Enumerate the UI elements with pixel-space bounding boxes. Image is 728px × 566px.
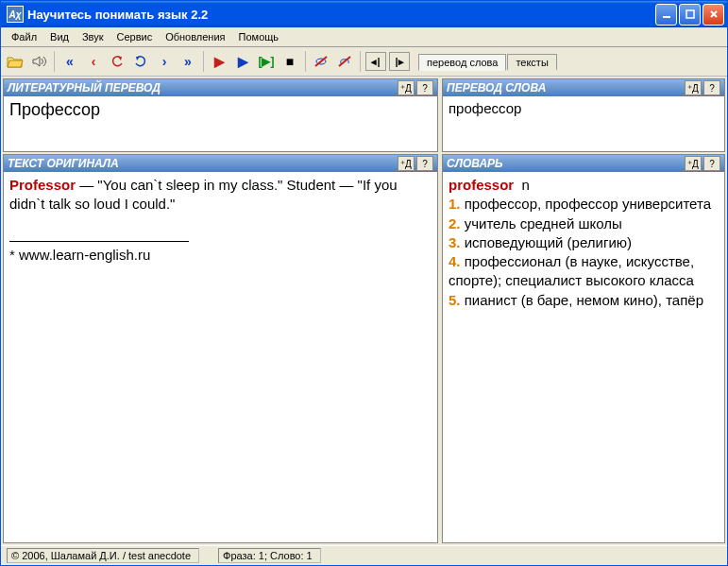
original-highlight: Professor	[9, 177, 76, 193]
menu-file[interactable]: Файл	[5, 29, 43, 44]
panel-dictionary-title: СЛОВАРЬ	[447, 157, 683, 170]
speaker-icon	[31, 54, 46, 69]
svg-rect-1	[686, 10, 694, 18]
play-red-button[interactable]: ▶	[209, 51, 229, 72]
dict-num: 5.	[449, 292, 461, 308]
nav-first-button[interactable]: «	[59, 51, 80, 72]
menu-sound[interactable]: Звук	[76, 29, 110, 44]
menu-view[interactable]: Вид	[43, 29, 76, 44]
panel-original-title: ТЕКСТ ОРИГИНАЛА	[8, 157, 396, 170]
folder-open-icon	[7, 54, 24, 69]
maximize-icon	[686, 9, 695, 19]
dict-headword: professor	[449, 177, 514, 193]
stop-button[interactable]: ■	[279, 51, 300, 72]
tab-texts[interactable]: тексты	[507, 54, 556, 70]
menu-updates[interactable]: Обновления	[159, 29, 231, 44]
stop-icon: ■	[286, 54, 294, 69]
panel-literary: ЛИТЕРАТУРНЫЙ ПЕРЕВОД ⁺Д ? Профессор	[3, 78, 438, 152]
panel-help-button[interactable]: ?	[703, 156, 720, 171]
refresh-back-icon	[110, 55, 124, 68]
dict-def: пианист (в баре, немом кино), тапёр	[465, 292, 703, 308]
nav-last-button[interactable]: »	[178, 51, 198, 72]
literary-content[interactable]: Профессор	[4, 96, 437, 151]
panel-help-button[interactable]: ?	[416, 80, 433, 95]
play-icon: ▶	[214, 54, 225, 69]
close-icon	[709, 9, 719, 19]
panel-literary-title: ЛИТЕРАТУРНЫЙ ПЕРЕВОД	[8, 81, 396, 94]
refresh-fwd-button[interactable]	[130, 51, 151, 72]
dict-num: 1.	[449, 196, 461, 212]
tool-eye-button[interactable]	[311, 51, 331, 72]
link-strike-icon	[337, 55, 352, 68]
app-icon: Aχ	[7, 6, 24, 23]
panel-search-button[interactable]: ⁺Д	[398, 80, 415, 95]
dict-def: исповедующий (религию)	[465, 234, 632, 250]
statusbar: © 2006, Шаламай Д.И. / test anecdote Фра…	[1, 545, 727, 565]
view-tabstrip: перевод слова тексты	[418, 53, 558, 70]
toolbar: « ‹ › » ▶ ▶ [▶] ■ ◂| |▸ перевод слова те…	[1, 47, 727, 77]
panel-word-trans-header: ПЕРЕВОД СЛОВА ⁺Д ?	[443, 79, 724, 96]
menu-help[interactable]: Помощь	[232, 29, 286, 44]
dict-pos: n	[522, 177, 530, 193]
play-bracket-button[interactable]: [▶]	[256, 51, 277, 72]
bracket-play-icon: [▶]	[259, 55, 275, 68]
panel-original-header: ТЕКСТ ОРИГИНАЛА ⁺Д ?	[4, 155, 437, 172]
double-chevron-left-icon: «	[66, 54, 74, 69]
panel-search-button[interactable]: ⁺Д	[685, 80, 702, 95]
chevron-left-icon: ‹	[92, 54, 96, 69]
sound-button[interactable]	[28, 51, 49, 72]
tool-step-back-button[interactable]: ◂|	[365, 52, 386, 71]
workspace: ЛИТЕРАТУРНЫЙ ПЕРЕВОД ⁺Д ? Профессор ПЕРЕ…	[1, 77, 727, 545]
close-button[interactable]	[703, 4, 724, 26]
panel-search-button[interactable]: ⁺Д	[398, 156, 415, 171]
tool-step-fwd-button[interactable]: |▸	[389, 52, 410, 71]
nav-prev-button[interactable]: ‹	[83, 51, 104, 72]
maximize-button[interactable]	[679, 4, 701, 26]
app-window: Aχ Научитесь понимать язык 2.2 Файл Вид …	[0, 0, 728, 566]
dict-num: 2.	[449, 215, 461, 232]
svg-rect-0	[663, 16, 670, 18]
tab-word-translation[interactable]: перевод слова	[418, 54, 506, 71]
play-icon: ▶	[238, 54, 248, 69]
panel-literary-header: ЛИТЕРАТУРНЫЙ ПЕРЕВОД ⁺Д ?	[4, 79, 437, 96]
panel-word-translation: ПЕРЕВОД СЛОВА ⁺Д ? профессор	[442, 78, 725, 152]
dict-num: 4.	[449, 253, 461, 269]
panel-help-button[interactable]: ?	[703, 80, 720, 95]
tool-link-button[interactable]	[334, 51, 355, 72]
original-footer: * www.learn-english.ru	[9, 246, 432, 265]
panel-search-button[interactable]: ⁺Д	[685, 156, 702, 171]
status-copyright: © 2006, Шаламай Д.И. / test anecdote	[7, 548, 199, 563]
status-position: Фраза: 1; Слово: 1	[218, 548, 321, 563]
nav-next-button[interactable]: ›	[154, 51, 175, 72]
chevron-right-icon: ›	[162, 54, 167, 69]
eye-strike-icon	[313, 55, 329, 68]
panel-original: ТЕКСТ ОРИГИНАЛА ⁺Д ? Professor — "You ca…	[3, 154, 438, 543]
play-blue-button[interactable]: ▶	[232, 51, 253, 72]
step-fwd-icon: |▸	[395, 56, 403, 68]
panel-word-trans-title: ПЕРЕВОД СЛОВА	[447, 81, 683, 94]
refresh-back-button[interactable]	[107, 51, 127, 72]
window-title: Научитесь понимать язык 2.2	[27, 8, 655, 22]
panel-dictionary: СЛОВАРЬ ⁺Д ? professor n 1. профессор, п…	[442, 154, 725, 543]
dictionary-content[interactable]: professor n 1. профессор, профессор унив…	[443, 172, 724, 542]
open-button[interactable]	[5, 51, 25, 72]
titlebar[interactable]: Aχ Научитесь понимать язык 2.2	[1, 1, 727, 27]
dict-def: профессионал (в науке, искусстве, спорте…	[449, 253, 694, 288]
refresh-fwd-icon	[134, 55, 147, 68]
dict-num: 3.	[449, 234, 461, 250]
original-content[interactable]: Professor — "You can`t sleep in my class…	[4, 172, 437, 542]
minimize-button[interactable]	[655, 4, 677, 26]
word-trans-content[interactable]: профессор	[443, 96, 724, 151]
dict-def: учитель средней школы	[465, 215, 622, 232]
original-divider	[9, 241, 189, 242]
minimize-icon	[662, 9, 671, 19]
menubar: Файл Вид Звук Сервис Обновления Помощь	[1, 27, 727, 47]
dict-def: профессор, профессор университета	[465, 196, 711, 212]
panel-help-button[interactable]: ?	[416, 156, 433, 171]
step-back-icon: ◂|	[371, 56, 380, 68]
panel-dictionary-header: СЛОВАРЬ ⁺Д ?	[443, 155, 724, 172]
menu-service[interactable]: Сервис	[110, 29, 160, 44]
double-chevron-right-icon: »	[184, 54, 192, 69]
